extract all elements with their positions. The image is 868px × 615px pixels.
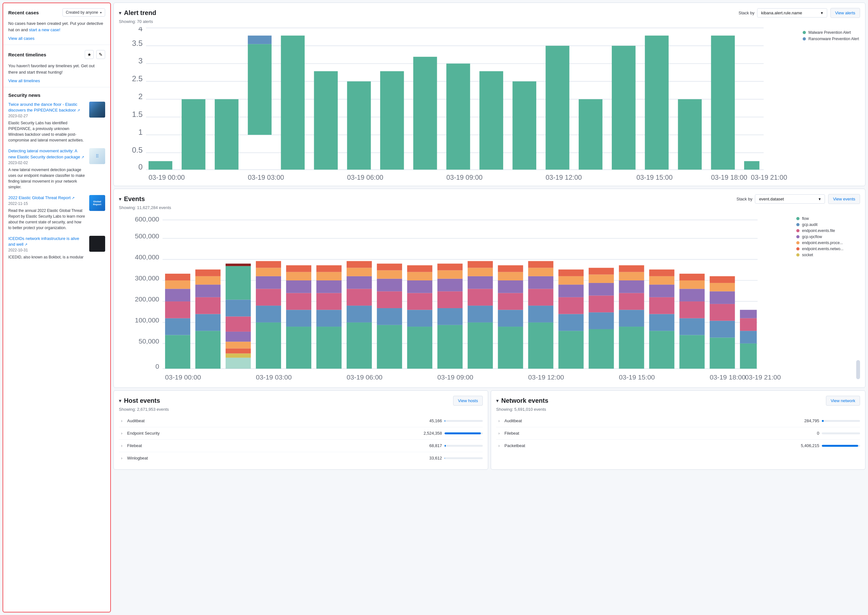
start-new-case-link[interactable]: start a new case! — [29, 27, 60, 32]
recent-cases-section: Recent cases Created by anyone ▾ No case… — [3, 3, 110, 45]
legend-label: gcp.vpcflow — [802, 234, 822, 239]
view-events-button[interactable]: View events — [828, 194, 860, 204]
svg-rect-154 — [589, 268, 614, 275]
svg-rect-36 — [711, 36, 735, 170]
svg-rect-19 — [182, 99, 206, 170]
news-date-4: 2022-10-31 — [8, 248, 85, 252]
network-events-collapse-button[interactable]: ▾ — [496, 398, 499, 404]
svg-rect-69 — [195, 314, 220, 331]
host-events-list: › Auditbeat 45,166 › Endpoint Security 2… — [119, 415, 483, 464]
svg-rect-71 — [195, 284, 220, 297]
expand-filebeat-button[interactable]: › — [119, 443, 125, 449]
legend-label: Ransomware Prevention Alert — [809, 37, 859, 41]
svg-text:300,000: 300,000 — [135, 274, 159, 282]
svg-rect-74 — [226, 264, 251, 266]
svg-text:03-19 03:00: 03-19 03:00 — [248, 174, 284, 180]
svg-text:03-19 18:00: 03-19 18:00 — [711, 174, 747, 180]
events-stack-by-select[interactable]: event.dataset ▾ — [755, 194, 825, 204]
alert-trend-chart: 0 0.5 1 1.5 2 2.5 3 3.5 4 — [119, 27, 798, 181]
chevron-down-icon: ▾ — [821, 11, 823, 15]
svg-text:200,000: 200,000 — [135, 295, 159, 303]
expand-net-filebeat-button[interactable]: › — [496, 431, 502, 436]
favorites-icon-button[interactable]: ★ — [85, 50, 94, 59]
expand-packetbeat-button[interactable]: › — [496, 443, 502, 449]
svg-rect-118 — [407, 265, 432, 272]
svg-rect-160 — [619, 265, 644, 272]
svg-rect-148 — [558, 270, 584, 276]
packetbeat-label: Packetbeat — [504, 443, 791, 448]
svg-rect-75 — [226, 266, 251, 300]
svg-rect-67 — [165, 274, 190, 280]
svg-text:03-19 12:00: 03-19 12:00 — [545, 174, 582, 180]
news-title-4[interactable]: ICEDIDs network infrastructure is alive … — [8, 236, 85, 247]
svg-rect-144 — [558, 314, 584, 331]
svg-rect-120 — [437, 308, 463, 325]
svg-rect-159 — [619, 272, 644, 280]
view-all-timelines-link[interactable]: View all timelines — [8, 78, 105, 83]
svg-rect-116 — [407, 280, 432, 293]
news-title-3[interactable]: 2022 Elastic Global Threat Report ↗ — [8, 195, 85, 201]
svg-text:03-19 09:00: 03-19 09:00 — [446, 174, 483, 180]
alert-trend-collapse-button[interactable]: ▾ — [119, 10, 122, 16]
legend-label: flow — [802, 216, 809, 221]
svg-rect-173 — [710, 338, 735, 369]
expand-net-auditbeat-button[interactable]: › — [496, 418, 502, 424]
net-filebeat-label: Filebeat — [504, 431, 791, 435]
legend-item: gcp.audit — [796, 222, 860, 227]
network-events-card: ▾ Network events View network Showing: 5… — [491, 390, 865, 470]
svg-text:03-19 21:00: 03-19 21:00 — [745, 373, 781, 381]
svg-rect-127 — [468, 289, 493, 306]
alert-stack-by-select[interactable]: kibana.alert.rule.name ▾ — [757, 8, 827, 17]
svg-text:3.5: 3.5 — [132, 39, 142, 47]
no-timelines-text: You haven't favorited any timelines yet.… — [8, 63, 105, 75]
legend-item: gcp.vpcflow — [796, 234, 860, 239]
filebeat-bar — [445, 445, 446, 447]
legend-item: endpoint.events.proce... — [796, 240, 860, 245]
expand-endpoint-button[interactable]: › — [119, 431, 125, 436]
news-title-1[interactable]: Twice around the dance floor - Elastic d… — [8, 101, 85, 113]
expand-winlogbeat-button[interactable]: › — [119, 455, 125, 461]
view-all-cases-link[interactable]: View all cases — [8, 36, 105, 41]
svg-rect-108 — [377, 308, 402, 325]
view-network-button[interactable]: View network — [826, 396, 860, 406]
svg-rect-172 — [679, 274, 704, 280]
view-alerts-button[interactable]: View alerts — [831, 8, 860, 18]
svg-text:50,000: 50,000 — [139, 337, 159, 345]
alert-stack-by-label: Stack by — [738, 11, 754, 15]
svg-rect-30 — [512, 81, 536, 170]
events-chart-area: 0 50,000 100,000 200,000 300,000 400,000… — [119, 213, 860, 382]
svg-rect-107 — [377, 325, 402, 369]
svg-text:0: 0 — [138, 162, 142, 171]
svg-rect-124 — [437, 264, 463, 270]
svg-rect-121 — [437, 292, 463, 309]
alert-trend-header: ▾ Alert trend Stack by kibana.alert.rule… — [119, 8, 860, 18]
news-desc-3: Read the annual 2022 Elastic Global Thre… — [8, 208, 85, 231]
svg-text:1.5: 1.5 — [132, 110, 142, 119]
events-collapse-button[interactable]: ▾ — [119, 196, 122, 202]
svg-rect-153 — [589, 275, 614, 283]
scrollbar[interactable] — [856, 360, 860, 379]
view-hosts-button[interactable]: View hosts — [453, 396, 483, 406]
news-image-4 — [89, 236, 105, 252]
no-cases-text: No cases have been created yet. Put your… — [8, 20, 105, 33]
svg-rect-32 — [579, 99, 603, 170]
svg-rect-165 — [649, 276, 674, 284]
network-events-list: › Auditbeat 284,795 › Filebeat 0 — [496, 415, 860, 452]
host-events-collapse-button[interactable]: ▾ — [119, 398, 122, 404]
svg-text:400,000: 400,000 — [135, 253, 159, 261]
svg-rect-152 — [589, 283, 614, 296]
svg-text:03-19 12:00: 03-19 12:00 — [528, 373, 564, 381]
svg-rect-114 — [407, 310, 432, 327]
host-events-showing-text: Showing: 2,671,953 events — [119, 407, 483, 412]
svg-rect-62 — [165, 335, 190, 369]
svg-rect-119 — [437, 325, 463, 369]
new-timeline-icon-button[interactable]: ✎ — [96, 50, 105, 59]
created-by-dropdown[interactable]: Created by anyone ▾ — [62, 8, 105, 17]
svg-rect-20 — [215, 99, 239, 170]
expand-auditbeat-button[interactable]: › — [119, 418, 125, 424]
svg-rect-80 — [226, 349, 251, 354]
table-row: › Filebeat 68,817 — [119, 440, 483, 452]
svg-text:03-19 15:00: 03-19 15:00 — [636, 174, 673, 180]
news-title-2[interactable]: Detecting lateral movement activity: A n… — [8, 148, 85, 160]
right-content: ▾ Alert trend Stack by kibana.alert.rule… — [114, 3, 865, 612]
